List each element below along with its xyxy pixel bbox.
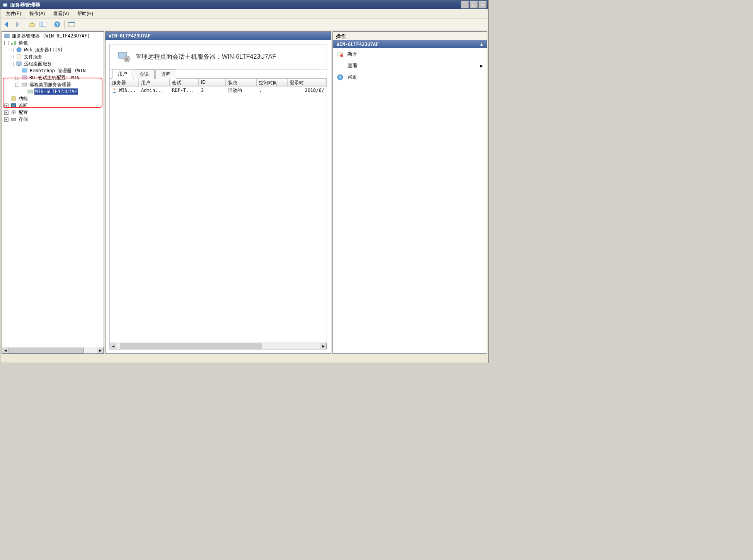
tree-storage[interactable]: + 存储 xyxy=(3,116,104,123)
minimize-button[interactable]: _ xyxy=(461,1,469,8)
expand-icon[interactable]: + xyxy=(10,48,14,52)
svg-point-13 xyxy=(17,48,21,52)
roles-icon xyxy=(10,40,17,46)
action-help[interactable]: ? 帮助 xyxy=(333,71,487,83)
tree-server-node[interactable]: WIN-6LTF423U7AF xyxy=(3,88,104,95)
actions-title: 操作 xyxy=(333,32,487,40)
tree-file-services[interactable]: + 文件服务 xyxy=(3,53,104,60)
server-manager-window: 服务器管理器 _ □ × 文件(F) 操作(A) 查看(V) 帮助(H) ? 服… xyxy=(0,0,489,363)
svg-rect-14 xyxy=(17,54,21,59)
back-button[interactable] xyxy=(2,19,12,29)
menu-file[interactable]: 文件(F) xyxy=(3,9,24,18)
menu-view[interactable]: 查看(V) xyxy=(50,9,72,18)
expand-icon[interactable]: + xyxy=(4,117,9,122)
maximize-button[interactable]: □ xyxy=(470,1,478,8)
tree-content[interactable]: 服务器管理器 (WIN-6LTF423U7AF) - 角色 + Web 服务器(… xyxy=(2,32,104,347)
configuration-icon xyxy=(10,109,17,115)
iis-icon xyxy=(16,47,22,53)
close-button[interactable]: × xyxy=(479,1,487,8)
properties-button[interactable] xyxy=(66,19,77,29)
scroll-right-icon[interactable]: ▸ xyxy=(97,347,104,353)
chevron-right-icon: ▶ xyxy=(480,63,483,68)
svg-rect-18 xyxy=(22,76,27,79)
tree-roles[interactable]: - 角色 xyxy=(3,39,104,46)
action-disconnect[interactable]: 断开 xyxy=(333,48,487,60)
tree-iis[interactable]: + Web 服务器(IIS) xyxy=(3,46,104,53)
svg-text:?: ? xyxy=(56,22,59,27)
tree-rds[interactable]: - 远程桌面服务 xyxy=(3,60,104,67)
center-horizontal-scrollbar[interactable]: ◂ ▸ xyxy=(110,343,327,349)
svg-rect-20 xyxy=(28,90,32,93)
svg-point-29 xyxy=(113,88,116,90)
up-button[interactable] xyxy=(27,19,37,29)
tree-features[interactable]: + 功能 xyxy=(3,95,104,102)
window-title: 服务器管理器 xyxy=(10,2,461,8)
col-session[interactable]: 会话 xyxy=(170,79,199,86)
col-id[interactable]: ID xyxy=(199,79,226,86)
help-icon: ? xyxy=(337,74,344,81)
toolbar-separator xyxy=(64,20,65,29)
menu-help[interactable]: 帮助(H) xyxy=(74,9,96,18)
svg-rect-2 xyxy=(3,5,7,6)
tree-diagnostics[interactable]: + 诊断 xyxy=(3,102,104,109)
table-row[interactable]: WIN... Admin... RDP-T... 2 活动的 . 2018/6/ xyxy=(110,87,327,94)
col-server[interactable]: 服务器 xyxy=(110,79,139,86)
scroll-left-icon[interactable]: ◂ xyxy=(2,347,9,353)
actions-pane: 操作 WIN-6LTF423U7AF ▲ 断开 查看 ▶ ? 帮助 xyxy=(332,31,487,354)
forward-button[interactable] xyxy=(13,19,23,29)
tab-sessions[interactable]: 会话 xyxy=(134,70,155,79)
features-icon xyxy=(10,95,17,102)
server-manager-icon xyxy=(4,33,10,39)
svg-rect-11 xyxy=(11,43,13,45)
main-area: 服务器管理器 (WIN-6LTF423U7AF) - 角色 + Web 服务器(… xyxy=(0,30,488,355)
col-idle[interactable]: 空闲时间 xyxy=(257,79,288,86)
scroll-right-icon[interactable]: ▸ xyxy=(320,343,327,349)
user-session-icon xyxy=(112,87,118,93)
tree-configuration[interactable]: + 配置 xyxy=(3,109,104,116)
tree-rd-host-config[interactable]: + RD 会话主机配置: WIN- xyxy=(3,74,104,81)
tab-processes[interactable]: 进程 xyxy=(155,70,176,79)
actions-subheader[interactable]: WIN-6LTF423U7AF ▲ xyxy=(333,40,487,48)
tree-root[interactable]: 服务器管理器 (WIN-6LTF423U7AF) xyxy=(3,32,104,39)
svg-text:?: ? xyxy=(339,75,342,80)
tabs-row: 用户 会话 进程 xyxy=(110,70,327,79)
collapse-icon[interactable]: - xyxy=(4,41,9,45)
table-header: 服务器 用户 会话 ID 状态 空闲时间 登录时 xyxy=(110,79,327,87)
chevron-up-icon[interactable]: ▲ xyxy=(480,42,483,47)
svg-rect-15 xyxy=(17,62,21,65)
diagnostics-icon xyxy=(10,102,17,109)
rd-host-config-icon xyxy=(21,75,27,81)
expand-icon[interactable]: + xyxy=(15,76,19,80)
show-hide-tree-button[interactable] xyxy=(38,19,48,29)
menu-action[interactable]: 操作(A) xyxy=(26,9,48,18)
server-icon xyxy=(27,88,33,95)
collapse-icon[interactable]: - xyxy=(10,62,14,66)
svg-rect-5 xyxy=(43,22,46,27)
col-logon[interactable]: 登录时 xyxy=(288,79,327,86)
titlebar[interactable]: 服务器管理器 _ □ × xyxy=(0,0,488,9)
svg-point-24 xyxy=(13,112,14,113)
statusbar xyxy=(0,355,488,363)
expand-icon[interactable]: + xyxy=(10,55,14,59)
toolbar-separator xyxy=(50,20,50,29)
svg-rect-4 xyxy=(40,22,42,27)
svg-rect-9 xyxy=(68,22,75,23)
svg-point-31 xyxy=(340,54,343,57)
action-view[interactable]: 查看 ▶ xyxy=(333,60,487,71)
svg-rect-3 xyxy=(30,24,34,27)
help-button[interactable]: ? xyxy=(52,19,62,29)
tree-remoteapp[interactable]: RemoteApp 管理器 (WIN xyxy=(3,67,104,74)
tree-rds-manager[interactable]: - 远程桌面服务管理器 xyxy=(3,81,104,88)
toolbar: ? xyxy=(0,19,488,30)
col-status[interactable]: 状态 xyxy=(226,79,257,86)
tree-horizontal-scrollbar[interactable]: ◂ ▸ xyxy=(2,347,104,353)
expand-icon[interactable]: + xyxy=(4,104,9,108)
svg-rect-19 xyxy=(22,83,27,86)
expand-icon[interactable]: + xyxy=(4,110,9,115)
col-user[interactable]: 用户 xyxy=(139,79,170,86)
scroll-left-icon[interactable]: ◂ xyxy=(110,343,116,349)
collapse-icon[interactable]: - xyxy=(15,83,19,87)
rds-icon xyxy=(16,61,22,67)
tab-users[interactable]: 用户 xyxy=(112,69,133,79)
disconnect-icon xyxy=(337,51,344,58)
